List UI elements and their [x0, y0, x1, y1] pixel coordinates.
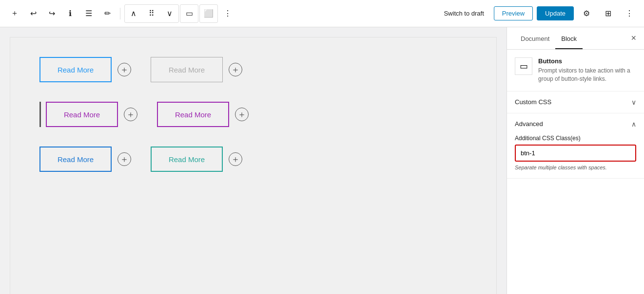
block-title: Buttons [538, 57, 636, 65]
edit-button[interactable]: ✏ [98, 5, 116, 22]
preview-button[interactable]: Preview [494, 6, 533, 20]
button-pair-2-left: Read More ＋ [46, 102, 137, 127]
add-after-btn-2-left[interactable]: ＋ [124, 108, 137, 121]
advanced-title: Advanced [515, 120, 543, 128]
read-more-btn-1-left[interactable]: Read More [39, 57, 112, 82]
vertical-dots-button[interactable]: ⋮ [621, 5, 638, 22]
canvas-area[interactable]: Read More ＋ Read More ＋ Read More ＋ Read… [0, 27, 507, 294]
add-after-btn-3-left[interactable]: ＋ [117, 152, 131, 166]
drag-handle-button[interactable]: ⠿ [143, 5, 160, 22]
add-block-button[interactable]: ＋ [6, 5, 23, 22]
add-after-btn-1-left[interactable]: ＋ [117, 63, 131, 76]
additional-css-class-input[interactable] [515, 145, 636, 162]
custom-css-title: Custom CSS [515, 98, 551, 106]
more-options-button[interactable]: ⋮ [219, 5, 236, 22]
add-after-btn-2-right[interactable]: ＋ [235, 108, 249, 121]
button-row-2: Read More ＋ Read More ＋ [46, 102, 467, 127]
settings-button[interactable]: ⚙ [578, 5, 595, 22]
css-class-label: Additional CSS Class(es) [515, 135, 636, 142]
tab-document[interactable]: Document [515, 27, 555, 49]
sidebar: Document Block × ▭ Buttons Prompt visito… [507, 27, 644, 294]
add-after-btn-3-right[interactable]: ＋ [229, 152, 242, 166]
toolbar: ＋ ↩ ↪ ℹ ☰ ✏ ∧ ⠿ ∨ ▭ ⬜ ⋮ Switch to draft … [0, 0, 644, 27]
button-pair-1-right: Read More ＋ [151, 57, 242, 82]
align-group: ⬜ [199, 4, 218, 23]
advanced-header[interactable]: Advanced ∧ [507, 113, 644, 135]
chevron-up-icon: ∧ [631, 120, 636, 128]
custom-css-header[interactable]: Custom CSS ∨ [507, 92, 644, 113]
desktop-view-button[interactable]: ▭ [180, 5, 198, 22]
read-more-btn-1-right[interactable]: Read More [151, 57, 223, 82]
view-mode-group: ▭ [180, 4, 198, 23]
info-button[interactable]: ℹ [61, 5, 79, 22]
css-class-hint: Separate multiple classes with spaces. [515, 165, 636, 170]
advanced-content: Additional CSS Class(es) Separate multip… [507, 135, 644, 178]
button-pair-3-left: Read More ＋ [39, 147, 131, 172]
toolbar-left: ＋ ↩ ↪ ℹ ☰ ✏ ∧ ⠿ ∨ ▭ ⬜ ⋮ [6, 4, 436, 23]
main-layout: Read More ＋ Read More ＋ Read More ＋ Read… [0, 27, 644, 294]
align-button[interactable]: ⬜ [200, 5, 217, 22]
read-more-btn-2-left[interactable]: Read More [46, 102, 118, 127]
switch-to-draft-button[interactable]: Switch to draft [438, 7, 489, 20]
toolbar-right: Switch to draft Preview Update ⚙ ⊞ ⋮ [438, 5, 638, 22]
button-pair-3-right: Read More ＋ [151, 147, 242, 172]
button-pair-1-left: Read More ＋ [39, 57, 131, 82]
block-info-text: Buttons Prompt visitors to take action w… [538, 57, 636, 83]
block-nav-group: ∧ ⠿ ∨ [124, 4, 179, 23]
block-icon: ▭ [515, 57, 532, 75]
read-more-btn-3-left[interactable]: Read More [39, 147, 112, 172]
selected-block: Read More ＋ Read More ＋ [39, 102, 467, 127]
list-view-button[interactable]: ☰ [80, 5, 98, 22]
prev-block-button[interactable]: ∧ [125, 5, 142, 22]
read-more-btn-2-right[interactable]: Read More [157, 102, 229, 127]
undo-button[interactable]: ↩ [24, 5, 42, 22]
sidebar-close-button[interactable]: × [631, 27, 636, 49]
chevron-down-icon: ∨ [631, 98, 636, 106]
button-pair-2-right: Read More ＋ [157, 102, 249, 127]
next-block-button[interactable]: ∨ [161, 5, 178, 22]
divider-1 [120, 8, 120, 19]
tab-block[interactable]: Block [555, 27, 583, 49]
custom-css-section: Custom CSS ∨ [507, 92, 644, 113]
button-row-3: Read More ＋ Read More ＋ [39, 147, 467, 172]
block-info: ▭ Buttons Prompt visitors to take action… [507, 50, 644, 92]
redo-button[interactable]: ↪ [43, 5, 60, 22]
read-more-btn-3-right[interactable]: Read More [151, 147, 223, 172]
update-button[interactable]: Update [537, 6, 574, 20]
sidebar-tabs: Document Block × [507, 27, 644, 50]
keyboard-shortcut-button[interactable]: ⊞ [599, 5, 617, 22]
canvas-content: Read More ＋ Read More ＋ Read More ＋ Read… [10, 37, 497, 294]
add-after-btn-1-right[interactable]: ＋ [229, 63, 242, 76]
advanced-section: Advanced ∧ Additional CSS Class(es) Sepa… [507, 113, 644, 179]
block-description: Prompt visitors to take action with a gr… [538, 67, 636, 83]
button-row-1: Read More ＋ Read More ＋ [39, 57, 467, 82]
